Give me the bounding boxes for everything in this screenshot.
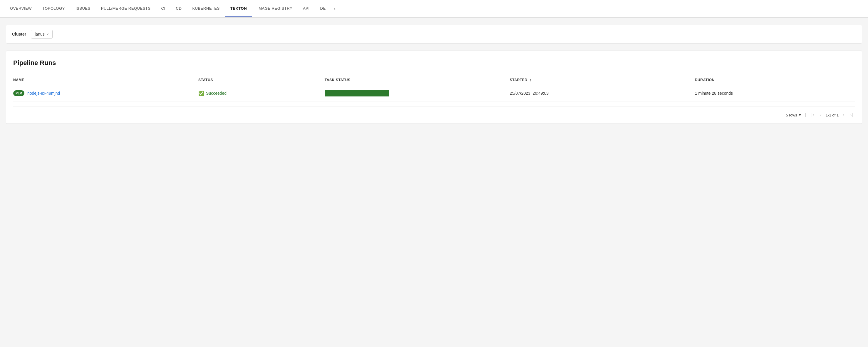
nav-item-overview[interactable]: OVERVIEW xyxy=(5,0,37,17)
pagination-bar: 5 rows ▼ | |‹ ‹ 1-1 of 1 › ›| xyxy=(13,106,855,123)
pipeline-duration-cell: 1 minute 28 seconds xyxy=(695,85,855,102)
plr-badge: PLR xyxy=(13,90,24,96)
pagination-info: 1-1 of 1 xyxy=(826,113,839,117)
nav-item-api[interactable]: API xyxy=(298,0,315,17)
next-page-icon: › xyxy=(843,112,844,118)
first-page-icon: |‹ xyxy=(811,112,814,118)
pipeline-started-cell: 25/07/2023, 20:49:03 xyxy=(510,85,695,102)
chevron-down-icon: ∨ xyxy=(46,32,49,36)
col-header-status: STATUS xyxy=(198,75,325,85)
prev-page-icon: ‹ xyxy=(820,112,822,118)
cluster-bar: Cluster janus ∨ xyxy=(6,25,862,44)
col-header-started[interactable]: STARTED ↑ xyxy=(510,75,695,85)
nav-item-image-registry[interactable]: IMAGE REGISTRY xyxy=(252,0,298,17)
pipeline-task-status-cell xyxy=(325,85,510,102)
col-header-name: NAME xyxy=(13,75,198,85)
nav-item-ci[interactable]: CI xyxy=(156,0,171,17)
pagination-divider: | xyxy=(805,113,806,117)
pipeline-name-cell: PLR nodejs-ex-49mjnd xyxy=(13,85,198,102)
cluster-dropdown[interactable]: janus ∨ xyxy=(31,30,52,38)
top-navigation: OVERVIEW TOPOLOGY ISSUES PULL/MERGE REQU… xyxy=(0,0,868,18)
table-row: PLR nodejs-ex-49mjnd ✅ Succeeded xyxy=(13,85,855,102)
success-icon: ✅ xyxy=(198,91,204,96)
task-status-bar xyxy=(325,90,389,96)
card-title: Pipeline Runs xyxy=(13,59,855,67)
sort-arrow-icon: ↑ xyxy=(530,78,532,82)
nav-item-pull-merge-requests[interactable]: PULL/MERGE REQUESTS xyxy=(96,0,156,17)
cluster-label: Cluster xyxy=(12,32,26,36)
rows-per-page-select[interactable]: 5 rows ▼ xyxy=(786,113,801,117)
nav-item-topology[interactable]: TOPOLOGY xyxy=(37,0,70,17)
rows-chevron-icon: ▼ xyxy=(798,113,802,117)
pagination-prev-button[interactable]: ‹ xyxy=(818,111,823,119)
pipeline-runs-table: NAME STATUS TASK STATUS STARTED ↑ DURATI… xyxy=(13,75,855,102)
pagination-last-button[interactable]: ›| xyxy=(848,111,855,119)
rows-per-page-value: 5 rows xyxy=(786,113,797,117)
main-content: Cluster janus ∨ Pipeline Runs NAME STATU… xyxy=(0,18,868,131)
cluster-value: janus xyxy=(35,32,44,36)
nav-item-issues[interactable]: ISSUES xyxy=(70,0,96,17)
nav-more-button[interactable]: › xyxy=(331,0,339,17)
nav-item-kubernetes[interactable]: KUBERNETES xyxy=(187,0,225,17)
pagination-next-button[interactable]: › xyxy=(841,111,846,119)
pipeline-name-link[interactable]: nodejs-ex-49mjnd xyxy=(27,91,60,95)
nav-item-tekton[interactable]: TEKTON xyxy=(225,0,252,17)
status-text: Succeeded xyxy=(206,91,226,95)
nav-item-de[interactable]: DE xyxy=(315,0,331,17)
pipeline-status-cell: ✅ Succeeded xyxy=(198,85,325,102)
pipeline-runs-card: Pipeline Runs NAME STATUS TASK STATUS ST… xyxy=(6,51,862,124)
last-page-icon: ›| xyxy=(850,112,853,118)
pagination-first-button[interactable]: |‹ xyxy=(809,111,816,119)
nav-item-cd[interactable]: CD xyxy=(171,0,187,17)
col-header-task-status: TASK STATUS xyxy=(325,75,510,85)
col-header-duration: DURATION xyxy=(695,75,855,85)
